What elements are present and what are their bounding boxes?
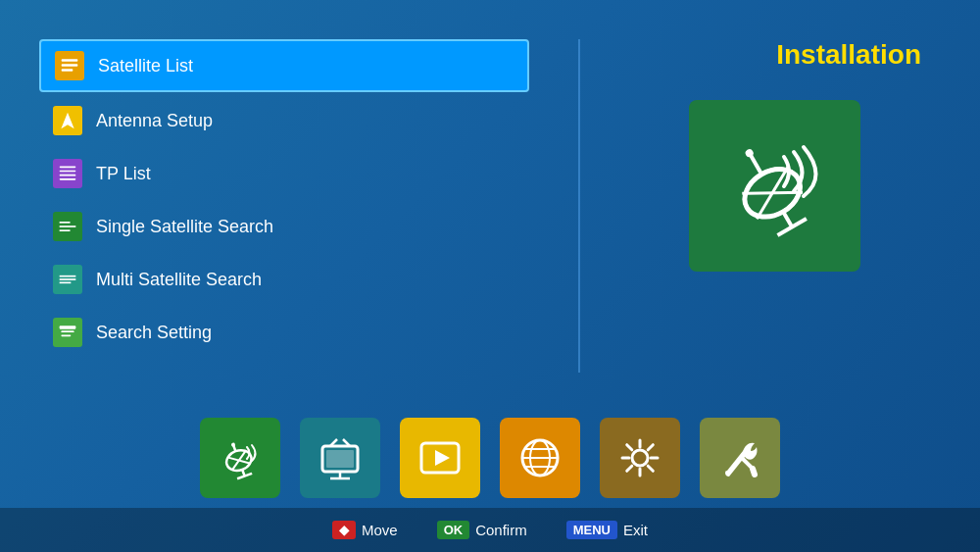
- svg-line-23: [783, 211, 792, 226]
- svg-point-45: [632, 450, 648, 466]
- footer-move: ◆ Move: [332, 521, 398, 539]
- svg-line-21: [751, 154, 762, 174]
- footer-exit: MENU Exit: [566, 521, 648, 539]
- tp-list-icon: [53, 159, 82, 188]
- satellite-illustration: [706, 118, 843, 255]
- bottom-icon-tools[interactable]: [700, 418, 780, 498]
- menu-item-antenna-setup[interactable]: Antenna Setup: [39, 96, 529, 145]
- bottom-icon-tv[interactable]: [300, 418, 380, 498]
- antenna-setup-icon: [53, 106, 82, 135]
- svg-rect-5: [60, 171, 76, 173]
- confirm-label: Confirm: [475, 522, 527, 538]
- svg-rect-33: [326, 450, 354, 468]
- divider: [578, 39, 580, 373]
- search-setting-label: Search Setting: [96, 323, 212, 343]
- svg-rect-15: [61, 330, 74, 332]
- svg-rect-4: [60, 167, 76, 169]
- multi-satellite-icon: [53, 265, 82, 294]
- svg-rect-6: [60, 175, 76, 176]
- multi-satellite-label: Multi Satellite Search: [96, 270, 262, 290]
- move-label: Move: [362, 522, 398, 538]
- bottom-bar: [0, 418, 980, 498]
- svg-rect-14: [60, 326, 76, 328]
- menu-item-search-setting[interactable]: Search Setting: [39, 308, 529, 357]
- single-satellite-label: Single Satellite Search: [96, 217, 273, 237]
- tp-list-label: TP List: [96, 164, 151, 184]
- menu-badge: MENU: [566, 521, 617, 539]
- svg-line-55: [753, 469, 755, 475]
- menu-item-tp-list[interactable]: TP List: [39, 149, 529, 198]
- svg-marker-39: [435, 450, 450, 466]
- svg-marker-3: [61, 113, 74, 129]
- bottom-icon-system[interactable]: [600, 418, 680, 498]
- svg-line-53: [627, 466, 632, 471]
- svg-line-50: [627, 445, 632, 450]
- move-badge: ◆: [332, 521, 356, 539]
- satellite-list-label: Satellite List: [98, 56, 193, 76]
- svg-rect-2: [62, 69, 74, 72]
- footer-confirm: OK Confirm: [437, 521, 527, 539]
- satellite-list-icon: [55, 51, 84, 80]
- ok-badge: OK: [437, 521, 470, 539]
- svg-line-51: [648, 466, 653, 471]
- exit-label: Exit: [623, 522, 648, 538]
- menu-item-satellite-list[interactable]: Satellite List: [39, 39, 529, 92]
- section-title: Installation: [776, 39, 921, 71]
- menu-item-single-satellite[interactable]: Single Satellite Search: [39, 202, 529, 251]
- svg-rect-0: [62, 59, 78, 62]
- satellite-preview: [689, 100, 860, 272]
- svg-rect-7: [60, 178, 76, 180]
- bottom-icon-satellite[interactable]: [200, 418, 280, 498]
- footer-bar: ◆ Move OK Confirm MENU Exit: [0, 508, 980, 552]
- search-setting-icon: [53, 318, 82, 347]
- svg-rect-1: [62, 64, 78, 67]
- bottom-icon-internet[interactable]: [500, 418, 580, 498]
- bottom-icon-media[interactable]: [400, 418, 480, 498]
- menu-item-multi-satellite[interactable]: Multi Satellite Search: [39, 255, 529, 304]
- svg-line-24: [777, 218, 806, 234]
- menu-list: Satellite List Antenna Setup: [39, 39, 529, 357]
- single-satellite-icon: [53, 212, 82, 241]
- svg-line-52: [648, 445, 653, 450]
- svg-rect-16: [61, 335, 71, 337]
- antenna-setup-label: Antenna Setup: [96, 111, 213, 131]
